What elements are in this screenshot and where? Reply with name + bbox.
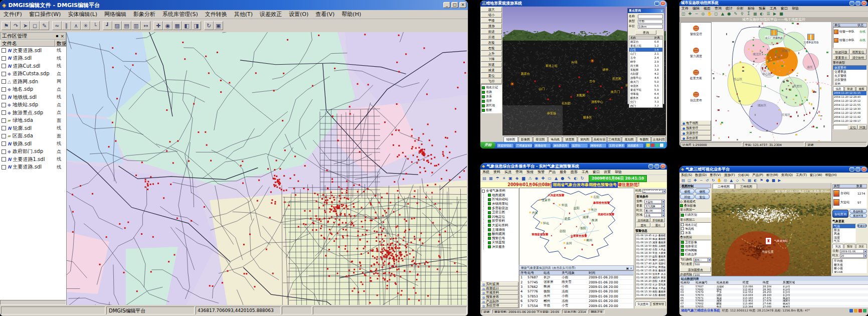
- tm-result-row[interactable]: 古寺 2.4: [629, 56, 662, 60]
- layer-checkbox[interactable]: [2, 87, 6, 92]
- tm-map-tab[interactable]: 三维景观: [607, 136, 622, 142]
- tm-nav-button[interactable]: 前进: [481, 29, 502, 34]
- tr-event-row[interactable]: 2004-11-20 12:31:15: [833, 91, 866, 95]
- menu-item[interactable]: 设置(O): [285, 11, 312, 18]
- bm-warning-row[interactable]: 01-06 17:40 永州 道路结冰: [636, 262, 665, 265]
- tree-checkbox-checked[interactable]: [488, 194, 491, 197]
- bm-warning-row[interactable]: 01-06 18:30 常德 大雾黄色: [636, 251, 665, 255]
- tr-group-bar[interactable]: ● 预案管理: [681, 125, 711, 130]
- bm-tree-item[interactable]: 探空资料: [483, 219, 517, 224]
- tr-locate-button[interactable]: 定位: [848, 125, 857, 129]
- checkbox-icon[interactable]: [681, 231, 684, 234]
- br-stat-item[interactable]: 累计值: [833, 270, 866, 274]
- tm-close-button[interactable]: ×: [660, 1, 665, 6]
- bm-warning-row[interactable]: 01-06 17:55 郴州 冻雨红色: [636, 258, 665, 262]
- checkbox-checked-icon[interactable]: [482, 100, 485, 103]
- tr-info-tab[interactable]: 轨迹: [844, 86, 855, 91]
- br-toolbar-icon[interactable]: ◐: [753, 178, 758, 183]
- tr-unit-row[interactable]: 特警二中队 在线: [833, 36, 866, 45]
- br-close-button[interactable]: ×: [861, 167, 866, 172]
- bm-warning-row[interactable]: 01-06 17:05 娄底 暴雨黄色: [636, 269, 665, 272]
- tm-panel-close-icon[interactable]: ×: [660, 9, 663, 13]
- layer-checkbox[interactable]: [2, 72, 6, 76]
- br-toolbar-icon[interactable]: ◫: [686, 178, 692, 183]
- tr-info-tab[interactable]: 视频: [856, 86, 867, 91]
- toolbar-icon[interactable]: ➤: [21, 21, 30, 30]
- bm-bottom-tab[interactable]: 实况查询: [635, 301, 650, 306]
- tr-menu-item[interactable]: 视图: [702, 6, 713, 11]
- file-row[interactable]: ▰ 区面.sda 面: [0, 132, 66, 140]
- tm-result-col-dist[interactable]: 距离: [654, 36, 662, 40]
- bm-menu-item[interactable]: 资料: [491, 170, 502, 175]
- tm-layer-option[interactable]: 地名注记: [482, 85, 501, 90]
- br-minimize-button[interactable]: _: [849, 167, 854, 172]
- bm-tree-item[interactable]: 闪电定位: [483, 215, 517, 219]
- bm-toolbar-icon[interactable]: ▲: [553, 176, 559, 182]
- tm-result-row[interactable]: 北门 7.3: [629, 100, 662, 104]
- bm-menu-item[interactable]: 图形: [569, 170, 580, 175]
- bm-toolbar-icon[interactable]: ▭: [547, 176, 553, 182]
- tree-checkbox-checked[interactable]: [488, 198, 491, 201]
- br-station-row[interactable]: 自动站 1274: [833, 189, 866, 198]
- br-menu-item[interactable]: 分析(A): [737, 173, 751, 178]
- tr-type-item[interactable]: 火灾警情: [833, 74, 866, 78]
- tree-checkbox-checked[interactable]: [488, 233, 491, 236]
- br-menu-item[interactable]: 查询(Q): [780, 173, 794, 178]
- tm-result-col-name[interactable]: 名称: [629, 36, 654, 40]
- br-view-button[interactable]: 俯视: [680, 189, 695, 194]
- bm-group-bar[interactable]: ◍ 常规资料: [481, 290, 518, 295]
- tm-query-button[interactable]: 查询: [635, 30, 656, 35]
- tm-layer-option[interactable]: 道路: [482, 90, 501, 94]
- bm-column-header[interactable]: 序号: [519, 271, 528, 275]
- file-row[interactable]: N 主要道路1.sdl 线: [0, 155, 66, 164]
- br-toolbar-icon[interactable]: −: [699, 178, 704, 183]
- bm-column-header[interactable]: 站名: [544, 271, 562, 275]
- file-row[interactable]: N 铁路.sdl 线: [0, 140, 66, 148]
- bm-warning-row[interactable]: 01-06 15:30 衡阳 暴雨黄色: [636, 290, 665, 293]
- br-toolbar-icon[interactable]: ✋: [717, 178, 722, 183]
- br-toolbar-icon[interactable]: ▦: [747, 178, 752, 183]
- bm-time-select[interactable]: 2009-01-06 20时▾: [642, 189, 666, 193]
- tr-toolbar-icon[interactable]: ◻: [713, 12, 719, 17]
- tm-map-tab[interactable]: 坡向图: [578, 136, 592, 142]
- tr-toolbar-icon[interactable]: ●: [726, 12, 732, 17]
- dropdown-arrow-icon[interactable]: ▾: [661, 214, 664, 217]
- tm-minimize-button[interactable]: _: [654, 1, 659, 6]
- tree-checkbox-checked[interactable]: [488, 245, 491, 248]
- menu-item[interactable]: 窗口操作(W): [26, 11, 64, 18]
- bm-menu-item[interactable]: 预警: [536, 170, 547, 175]
- tr-menu-item[interactable]: 查询: [713, 6, 724, 11]
- bm-toolbar-icon[interactable]: ▤: [481, 176, 487, 182]
- br-toolbar-icon[interactable]: ✎: [741, 178, 746, 183]
- br-column-header[interactable]: 站点名称: [717, 280, 743, 285]
- bm-group-bar[interactable]: ◍ 雨量统计: [481, 286, 518, 291]
- bm-tree-item[interactable]: 灾情直报: [483, 241, 517, 245]
- tree-checkbox-checked[interactable]: [488, 211, 491, 214]
- br-menu-item[interactable]: 帮助(H): [824, 173, 838, 178]
- bm-table-row[interactable]: 2 57745 张家界 雨夹雪 2009-01-06 20:00: [519, 280, 633, 284]
- menu-item[interactable]: 查看(V): [312, 11, 338, 18]
- br-toolbar-icon[interactable]: ✚: [692, 178, 698, 183]
- tr-shortcut-item[interactable]: ☻ 处置方案: [681, 67, 711, 89]
- tm-map-tab[interactable]: 影像图: [518, 136, 533, 142]
- taskbar-task-button[interactable]: 监控台: [571, 143, 588, 148]
- bm-warning-row[interactable]: 01-06 16:35 湘西州 寒潮黄色: [636, 276, 665, 279]
- bm-table-row[interactable]: 6 57972 郴州 冻雨 2009-01-06 20:00: [519, 299, 633, 303]
- tree-checkbox-checked[interactable]: [488, 241, 491, 244]
- tr-map-area[interactable]: 城北区东城区西山区中心区城南区滨海区开发区港区 化工厂泄漏事故 交通事故现场: [712, 22, 831, 141]
- bm-menu-item[interactable]: 工具: [580, 170, 591, 175]
- bm-field-select[interactable]: 天气现象▾: [644, 204, 665, 208]
- tr-event-row[interactable]: 2004-11-20 12:18:30: [833, 107, 866, 111]
- menu-item[interactable]: 网络编辑: [101, 11, 130, 18]
- br-menu-item[interactable]: 显示(V): [708, 173, 723, 178]
- br-menu-item[interactable]: 系统(S): [679, 173, 693, 178]
- br-column-header[interactable]: 站点ID: [679, 280, 696, 285]
- tr-toolbar-icon[interactable]: ◫: [680, 12, 686, 17]
- checkbox-checked-icon[interactable]: [681, 214, 684, 217]
- tm-map-tab[interactable]: 晕渲图: [533, 136, 548, 142]
- bm-tree-item[interactable]: 地面观测: [483, 193, 517, 198]
- tr-event-row[interactable]: 2004-11-20 12:11:42: [833, 115, 866, 119]
- checkbox-checked-icon[interactable]: [482, 109, 485, 112]
- bm-close-button[interactable]: ×: [660, 164, 665, 169]
- tree-checkbox-checked[interactable]: [488, 207, 491, 210]
